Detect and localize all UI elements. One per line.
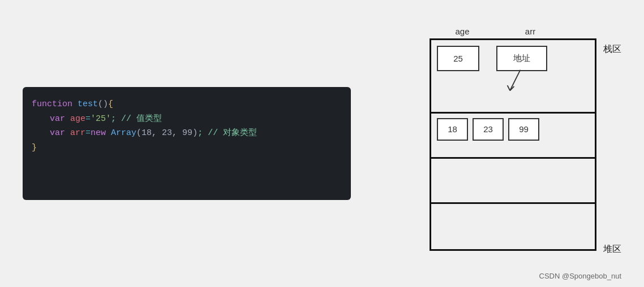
assign-2: = bbox=[85, 126, 91, 141]
comment-2: ; // 对象类型 bbox=[198, 126, 257, 141]
function-name: test bbox=[78, 97, 98, 112]
keyword-function: function bbox=[32, 97, 72, 112]
cell-age-value: 25 bbox=[437, 46, 479, 71]
params: () bbox=[98, 97, 108, 112]
comment-1: ; // 值类型 bbox=[111, 112, 162, 127]
array-args: (18, 23, 99) bbox=[136, 126, 198, 141]
memory-diagram: age arr 25 地址 18 23 99 bbox=[430, 27, 596, 251]
open-brace: { bbox=[108, 97, 113, 112]
empty-section-2 bbox=[431, 204, 595, 249]
varname-age: age bbox=[70, 112, 85, 127]
space bbox=[72, 97, 78, 112]
empty-section-1 bbox=[431, 159, 595, 204]
cell-18: 18 bbox=[437, 118, 468, 141]
keyword-var-2: var bbox=[50, 126, 65, 141]
cell-23: 23 bbox=[473, 118, 504, 141]
label-age: age bbox=[434, 27, 491, 36]
credit-label: CSDN @Spongebob_nut bbox=[539, 272, 621, 280]
stack-section: 25 地址 bbox=[431, 40, 595, 114]
close-brace: } bbox=[32, 141, 37, 155]
space bbox=[65, 112, 70, 127]
code-line-2: var age = '25' ; // 值类型 bbox=[32, 112, 340, 127]
value-25: '25' bbox=[91, 112, 111, 127]
keyword-var-1: var bbox=[50, 112, 65, 127]
keyword-new: new bbox=[91, 126, 106, 141]
assign-1: = bbox=[85, 112, 91, 127]
svg-line-1 bbox=[508, 85, 510, 90]
label-arr: arr bbox=[496, 27, 564, 36]
code-line-4: } bbox=[32, 141, 340, 155]
memory-diagram-wrapper: age arr 25 地址 18 23 99 bbox=[430, 27, 621, 261]
memory-side-labels: 栈区 堆区 bbox=[603, 27, 621, 261]
code-panel: function test () { var age = '25' ; // 值… bbox=[23, 87, 351, 200]
cell-99: 99 bbox=[508, 118, 539, 141]
label-stack: 栈区 bbox=[603, 32, 621, 55]
code-line-3: var arr = new Array (18, 23, 99) ; // 对象… bbox=[32, 126, 340, 141]
heap-section-top: 18 23 99 bbox=[431, 114, 595, 159]
label-heap: 堆区 bbox=[603, 227, 621, 255]
space bbox=[65, 126, 70, 141]
constructor-array: Array bbox=[111, 126, 136, 141]
space bbox=[106, 126, 111, 141]
code-line-1: function test () { bbox=[32, 97, 340, 112]
memory-column-labels: age arr bbox=[430, 27, 596, 36]
svg-line-0 bbox=[510, 69, 520, 90]
arrow-icon bbox=[505, 67, 536, 98]
memory-outer-box: 25 地址 18 23 99 bbox=[430, 38, 596, 251]
varname-arr: arr bbox=[70, 126, 85, 141]
